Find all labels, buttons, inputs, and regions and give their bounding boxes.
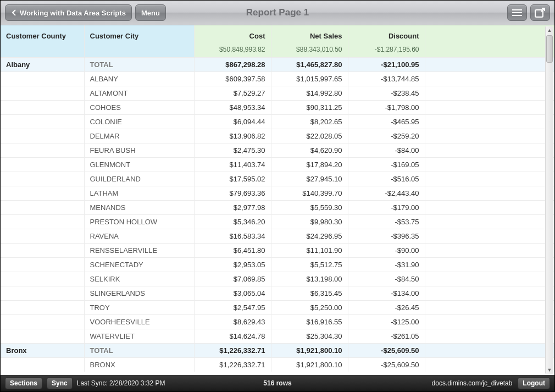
table-row[interactable]: SLINGERLANDS$3,065.04$6,315.45-$134.00: [1, 286, 554, 301]
value-cell: -$1,798.00: [348, 101, 425, 115]
col-header-county[interactable]: Customer County: [1, 25, 84, 44]
blank-cell: [425, 286, 554, 301]
table-row[interactable]: VOORHEESVILLE$8,629.43$16,916.55-$125.00: [1, 315, 554, 329]
value-cell: $5,250.00: [271, 301, 348, 315]
value-cell: -$465.95: [348, 115, 425, 129]
grand-total-cost: $50,848,993.82: [194, 44, 271, 58]
table-row[interactable]: COHOES$48,953.34$90,311.25-$1,798.00: [1, 101, 554, 115]
table-row[interactable]: LATHAM$79,693.36$140,399.70-$2,443.40: [1, 186, 554, 201]
blank-cell: [425, 143, 554, 158]
logout-button[interactable]: Logout: [518, 377, 550, 389]
table-row[interactable]: SCHENECTADY$2,953.05$5,512.75-$31.90: [1, 258, 554, 272]
blank-cell: [425, 129, 554, 143]
blank-cell: [425, 315, 554, 329]
table-row[interactable]: BRONX$1,226,332.71$1,921,800.10-$25,609.…: [1, 358, 554, 372]
table-row[interactable]: WATERVLIET$14,624.78$25,304.30-$261.05: [1, 329, 554, 344]
value-cell: -$396.35: [348, 229, 425, 244]
total-value-cell: $1,465,827.80: [271, 58, 348, 72]
city-cell: GLENMONT: [84, 158, 194, 172]
report-table[interactable]: Customer County Customer City Cost Net S…: [1, 25, 554, 372]
total-label-cell: TOTAL: [84, 344, 194, 358]
county-cell: [1, 86, 84, 101]
value-cell: $27,945.10: [271, 172, 348, 186]
total-value-cell: $1,226,332.71: [194, 344, 271, 358]
value-cell: -$238.45: [348, 86, 425, 101]
city-cell: FEURA BUSH: [84, 143, 194, 158]
value-cell: -$516.05: [348, 172, 425, 186]
back-button[interactable]: Working with Data Area Scripts: [5, 4, 132, 21]
table-row[interactable]: RAVENA$16,583.34$24,296.95-$396.35: [1, 229, 554, 244]
city-cell: VOORHEESVILLE: [84, 315, 194, 329]
table-row[interactable]: MENANDS$2,977.98$5,559.30-$179.00: [1, 201, 554, 215]
value-cell: $7,069.85: [194, 272, 271, 286]
col-header-blank: [425, 25, 554, 44]
table-row[interactable]: COLONIE$6,094.44$8,202.65-$465.95: [1, 115, 554, 129]
header-spacer: [84, 44, 194, 58]
table-row[interactable]: ALTAMONT$7,529.27$14,992.80-$238.45: [1, 86, 554, 101]
sections-button[interactable]: Sections: [5, 377, 42, 389]
list-icon: [512, 9, 522, 16]
table-row[interactable]: SELKIRK$7,069.85$13,198.00-$84.50: [1, 272, 554, 286]
county-cell: [1, 129, 84, 143]
export-icon: [535, 8, 546, 18]
table-row[interactable]: GLENMONT$11,403.74$17,894.20-$169.05: [1, 158, 554, 172]
value-cell: $2,977.98: [194, 201, 271, 215]
city-cell: RAVENA: [84, 229, 194, 244]
city-cell: COLONIE: [84, 115, 194, 129]
value-cell: $1,015,997.65: [271, 72, 348, 86]
blank-cell: [425, 215, 554, 229]
sync-button[interactable]: Sync: [47, 377, 73, 389]
value-cell: $16,916.55: [271, 315, 348, 329]
county-cell: [1, 143, 84, 158]
blank-cell: [425, 229, 554, 244]
scroll-down-arrow-icon[interactable]: ▼: [546, 366, 553, 374]
total-label-cell: TOTAL: [84, 58, 194, 72]
table-row[interactable]: DELMAR$13,906.82$22,028.05-$259.20: [1, 129, 554, 143]
back-button-label: Working with Data Area Scripts: [20, 9, 126, 17]
col-header-city[interactable]: Customer City: [84, 25, 194, 44]
city-cell: GUILDERLAND: [84, 172, 194, 186]
value-cell: -$13,744.85: [348, 72, 425, 86]
blank-cell: [425, 301, 554, 315]
table-row[interactable]: ALBANY$609,397.58$1,015,997.65-$13,744.8…: [1, 72, 554, 86]
blank-cell: [425, 172, 554, 186]
export-button[interactable]: [530, 4, 550, 21]
col-header-netsales[interactable]: Net Sales: [271, 25, 348, 44]
table-row[interactable]: TROY$2,547.95$5,250.00-$26.45: [1, 301, 554, 315]
city-cell: PRESTON HOLLOW: [84, 215, 194, 229]
county-cell: [1, 315, 84, 329]
col-header-discount[interactable]: Discount: [348, 25, 425, 44]
list-button[interactable]: [507, 4, 527, 21]
report-area: Customer County Customer City Cost Net S…: [1, 25, 554, 375]
scroll-thumb[interactable]: [546, 35, 553, 63]
city-cell: DELMAR: [84, 129, 194, 143]
group-total-row[interactable]: BronxTOTAL$1,226,332.71$1,921,800.10-$25…: [1, 344, 554, 358]
total-value-cell: -$21,100.95: [348, 58, 425, 72]
group-total-row[interactable]: AlbanyTOTAL$867,298.28$1,465,827.80-$21,…: [1, 58, 554, 72]
scroll-up-arrow-icon[interactable]: ▲: [546, 26, 553, 34]
blank-cell: [425, 101, 554, 115]
value-cell: $6,451.80: [194, 244, 271, 258]
value-cell: -$261.05: [348, 329, 425, 344]
table-row[interactable]: PRESTON HOLLOW$5,346.20$9,980.30-$53.75: [1, 215, 554, 229]
blank-cell: [425, 329, 554, 344]
vertical-scrollbar[interactable]: ▲ ▼: [545, 26, 553, 374]
value-cell: $5,346.20: [194, 215, 271, 229]
host-label: docs.dimins.com/jc_divetab: [432, 379, 513, 387]
table-row[interactable]: GUILDERLAND$17,595.02$27,945.10-$516.05: [1, 172, 554, 186]
city-cell: SCHENECTADY: [84, 258, 194, 272]
blank-cell: [425, 272, 554, 286]
blank-cell: [425, 244, 554, 258]
county-cell: [1, 172, 84, 186]
menu-button[interactable]: Menu: [135, 4, 166, 21]
table-row[interactable]: RENSSELAERVILLE$6,451.80$11,101.90-$90.0…: [1, 244, 554, 258]
value-cell: $11,101.90: [271, 244, 348, 258]
blank-cell: [425, 86, 554, 101]
county-cell: [1, 229, 84, 244]
value-cell: $1,226,332.71: [194, 358, 271, 372]
col-header-cost[interactable]: Cost: [194, 25, 271, 44]
grand-total-netsales: $88,343,010.50: [271, 44, 348, 58]
value-cell: $17,595.02: [194, 172, 271, 186]
table-row[interactable]: FEURA BUSH$2,475.30$4,620.90-$84.00: [1, 143, 554, 158]
value-cell: $3,065.04: [194, 286, 271, 301]
